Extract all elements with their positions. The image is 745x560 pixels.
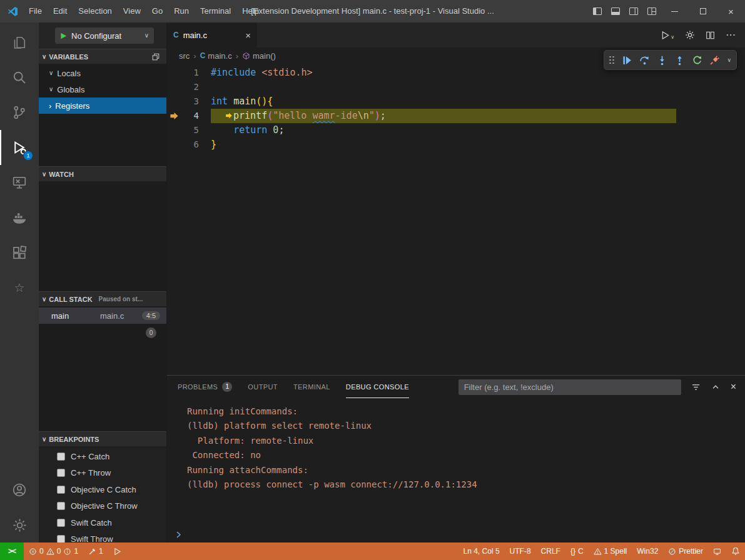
code-line-2[interactable]: 2 (167, 80, 745, 94)
code-text[interactable]: #include <stdio.h> (211, 66, 313, 80)
close-panel-icon[interactable]: × (731, 382, 736, 392)
panel-tab-terminal[interactable]: TERMINAL (293, 376, 330, 398)
notifications-bell-icon[interactable] (726, 542, 745, 560)
debug-status[interactable] (108, 542, 126, 560)
source-control-icon[interactable] (0, 95, 39, 130)
variables-row-globals[interactable]: ∨Globals (39, 81, 166, 98)
more-actions-icon[interactable]: ⋯ (726, 30, 736, 40)
code-text[interactable]: printf("hello wamr-ide\n"); (211, 109, 676, 123)
run-debug-icon[interactable]: 1 (0, 130, 39, 165)
split-editor-icon[interactable] (706, 31, 715, 40)
step-out-button[interactable] (674, 55, 685, 66)
eol-status[interactable]: CRLF (536, 542, 565, 560)
remote-indicator[interactable]: >< (0, 542, 24, 560)
status-extra-icon[interactable] (708, 542, 726, 560)
breakpoint-checkbox[interactable] (57, 502, 65, 510)
restart-button[interactable] (692, 55, 702, 66)
menu-file[interactable]: File (23, 0, 48, 22)
continue-button[interactable] (622, 55, 632, 66)
menu-go[interactable]: Go (146, 0, 168, 22)
spell-status[interactable]: 1 Spell (589, 542, 632, 560)
code-line-5[interactable]: 5 return 0; (167, 123, 745, 138)
breakpoint-item[interactable]: Objective C Catch (39, 481, 166, 498)
breadcrumb-file[interactable]: C main.c (200, 51, 232, 61)
variables-section-header[interactable]: ∨ VARIABLES (39, 49, 166, 64)
toggle-sidebar-icon[interactable] (588, 0, 606, 22)
call-stack-section-header[interactable]: ∨ CALL STACK Paused on st... (39, 291, 166, 306)
toggle-secondary-sidebar-icon[interactable] (624, 0, 642, 22)
panel-tab-debug-console[interactable]: DEBUG CONSOLE (346, 376, 409, 398)
breakpoint-current-arrow-icon[interactable] (167, 109, 181, 123)
step-into-button[interactable] (657, 55, 667, 66)
filter-lines-icon[interactable] (691, 382, 701, 392)
breakpoint-item[interactable]: Objective C Throw (39, 498, 166, 515)
explorer-icon[interactable] (0, 25, 39, 60)
docker-icon[interactable] (0, 200, 39, 235)
remote-explorer-icon[interactable] (0, 165, 39, 200)
disconnect-button[interactable] (709, 55, 720, 66)
code-editor[interactable]: 1#include <stdio.h>23int main(){4printf(… (167, 64, 745, 375)
maximize-button[interactable] (689, 0, 717, 22)
watch-section-header[interactable]: ∨ WATCH (39, 166, 166, 181)
panel-tab-problems[interactable]: PROBLEMS1 (178, 376, 232, 398)
breakpoint-checkbox[interactable] (57, 452, 65, 461)
debug-toolbar-drag-handle[interactable] (609, 56, 615, 64)
settings-gear-icon[interactable] (0, 508, 39, 542)
breakpoint-item[interactable]: C++ Catch (39, 448, 166, 465)
platform-status[interactable]: Win32 (632, 542, 663, 560)
breakpoint-item[interactable]: C++ Throw (39, 465, 166, 482)
search-icon[interactable] (0, 60, 39, 95)
code-text[interactable]: return 0; (211, 123, 284, 138)
code-line-4[interactable]: 4printf("hello wamr-ide\n"); (167, 109, 745, 123)
breakpoint-checkbox[interactable] (57, 535, 65, 542)
breakpoint-checkbox[interactable] (57, 486, 65, 494)
encoding-status[interactable]: UTF-8 (505, 542, 536, 560)
tools-status[interactable]: 1 (83, 542, 108, 560)
glyph-margin[interactable] (167, 138, 181, 152)
code-line-3[interactable]: 3int main(){ (167, 94, 745, 109)
toggle-panel-icon[interactable] (606, 0, 624, 22)
console-filter-input[interactable] (459, 379, 681, 395)
customize-layout-icon[interactable] (642, 0, 661, 22)
breakpoint-item[interactable]: Swift Catch (39, 514, 166, 531)
account-icon[interactable] (0, 472, 39, 508)
menu-run[interactable]: Run (168, 0, 195, 22)
debug-toolbar-menu-chevron[interactable]: ∨ (727, 58, 731, 63)
step-over-button[interactable] (639, 55, 650, 66)
formatter-status[interactable]: Prettier (663, 542, 708, 560)
glyph-margin[interactable] (167, 80, 181, 94)
breakpoint-checkbox[interactable] (57, 469, 65, 477)
close-tab-icon[interactable]: × (245, 31, 251, 40)
panel-tab-output[interactable]: OUTPUT (248, 376, 278, 398)
breakpoint-checkbox[interactable] (57, 519, 65, 527)
variables-row-locals[interactable]: ∨Locals (39, 65, 166, 81)
breadcrumb-symbol[interactable]: main() (242, 51, 276, 61)
breakpoints-section-header[interactable]: ∨ BREAKPOINTS (39, 431, 166, 446)
variables-row-registers[interactable]: ›Registers (39, 98, 166, 114)
maximize-panel-chevron-icon[interactable] (711, 382, 720, 391)
language-status[interactable]: {} C (565, 542, 589, 560)
breakpoint-item[interactable]: Swift Throw (39, 531, 166, 543)
close-window-button[interactable]: × (717, 0, 745, 22)
glyph-margin[interactable] (167, 94, 181, 109)
star-icon[interactable]: ☆ (0, 270, 39, 305)
debug-console-input[interactable] (167, 526, 745, 542)
extensions-icon[interactable] (0, 235, 39, 270)
code-line-6[interactable]: 6} (167, 138, 745, 152)
configure-gear-icon[interactable] (685, 30, 695, 40)
glyph-margin[interactable] (167, 123, 181, 138)
minimize-button[interactable] (661, 0, 689, 22)
stack-frame-row[interactable]: main main.c 4:5 (39, 308, 166, 324)
menu-selection[interactable]: Selection (73, 0, 117, 22)
code-text[interactable]: } (211, 138, 216, 152)
launch-config-dropdown[interactable]: No Configurat ∨ (55, 28, 154, 44)
breadcrumb-folder[interactable]: src (179, 51, 190, 61)
menu-terminal[interactable]: Terminal (195, 0, 236, 22)
start-debug-play-icon[interactable] (60, 32, 67, 39)
glyph-margin[interactable] (167, 66, 181, 80)
code-text[interactable]: int main(){ (211, 94, 273, 109)
run-or-debug-button[interactable]: ∨ (661, 31, 674, 40)
cursor-position[interactable]: Ln 4, Col 5 (459, 542, 505, 560)
menu-edit[interactable]: Edit (48, 0, 73, 22)
tab-main-c[interactable]: C main.c × (167, 22, 257, 48)
